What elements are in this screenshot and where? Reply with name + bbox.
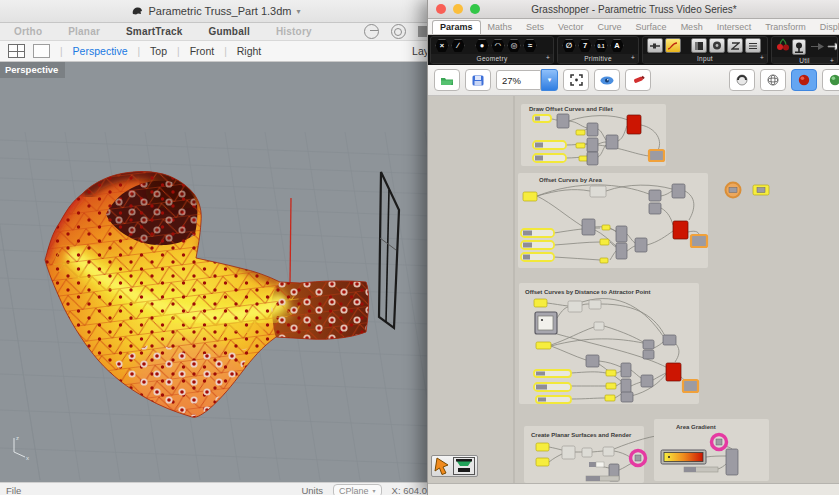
picture-frame-object[interactable] bbox=[379, 172, 399, 328]
viewport-title-badge[interactable]: Perspective bbox=[0, 62, 65, 78]
arc-param-icon[interactable]: ◠ bbox=[491, 39, 505, 53]
grasshopper-titlebar[interactable]: Grasshopper - Parametric Truss Video Ser… bbox=[428, 0, 839, 19]
gh-component[interactable] bbox=[616, 226, 627, 242]
group-area-gradient[interactable]: Area Gradient bbox=[654, 419, 769, 481]
gh-component[interactable] bbox=[582, 219, 595, 235]
gh-component[interactable] bbox=[621, 392, 633, 402]
group-offset-curves-attractor[interactable]: Offset Curves by Distance to Attractor P… bbox=[519, 283, 699, 404]
viewport-tab-front[interactable]: Front bbox=[190, 45, 215, 57]
gh-preview-material-node[interactable] bbox=[631, 451, 646, 466]
expand-group-icon[interactable]: + bbox=[631, 54, 635, 61]
gh-component[interactable] bbox=[606, 135, 618, 149]
number-slider-icon[interactable] bbox=[647, 38, 663, 53]
floating-nodes[interactable] bbox=[726, 183, 770, 198]
group-offset-curves-by-area[interactable]: Offset Curves by Area bbox=[518, 173, 708, 268]
geometry-param-icon[interactable]: ≈ bbox=[523, 39, 537, 53]
tab-vector[interactable]: Vector bbox=[551, 21, 591, 34]
gh-error-component[interactable] bbox=[673, 221, 688, 239]
tab-display[interactable]: Display bbox=[813, 21, 839, 34]
gh-component[interactable] bbox=[587, 123, 598, 136]
surface-param-icon[interactable]: ◎ bbox=[507, 39, 521, 53]
gh-component[interactable] bbox=[587, 152, 598, 165]
sketch-marker-button[interactable] bbox=[625, 69, 651, 91]
gh-widget-node[interactable] bbox=[535, 312, 557, 334]
gh-param[interactable] bbox=[536, 342, 551, 349]
osnap-toggle-gumball[interactable]: Gumball bbox=[208, 26, 249, 37]
preview-custom-button[interactable] bbox=[822, 69, 839, 91]
rhino-3d-viewport[interactable]: Perspective bbox=[0, 62, 433, 482]
tab-maths[interactable]: Maths bbox=[481, 21, 520, 34]
value-list-icon[interactable] bbox=[745, 38, 761, 53]
gh-component[interactable] bbox=[649, 203, 661, 214]
gh-selected-component[interactable] bbox=[649, 150, 664, 161]
gh-selected-component[interactable] bbox=[683, 380, 698, 392]
zoom-value-field[interactable]: 27% bbox=[496, 70, 541, 90]
gh-component[interactable] bbox=[562, 446, 575, 459]
viewport-tab-perspective[interactable]: Perspective bbox=[73, 45, 128, 57]
gh-component[interactable] bbox=[589, 300, 601, 309]
gh-component[interactable] bbox=[586, 355, 599, 367]
zoom-window-button[interactable] bbox=[470, 4, 480, 14]
gh-component[interactable] bbox=[582, 448, 592, 457]
gh-error-component[interactable] bbox=[666, 363, 681, 381]
status-units-label[interactable]: Units bbox=[301, 485, 323, 495]
profiler-widget-icon[interactable] bbox=[453, 457, 475, 475]
document-menu-chevron-icon[interactable]: ▾ bbox=[297, 7, 301, 16]
open-file-button[interactable] bbox=[434, 69, 460, 91]
gh-component[interactable] bbox=[568, 301, 582, 312]
gh-component[interactable] bbox=[621, 363, 631, 377]
expand-group-icon[interactable]: + bbox=[830, 57, 834, 64]
osnap-toggle-history[interactable]: History bbox=[276, 26, 312, 37]
gh-gradient-node[interactable] bbox=[661, 450, 706, 464]
tab-transform[interactable]: Transform bbox=[758, 21, 813, 34]
preview-shaded-button[interactable] bbox=[791, 69, 817, 91]
gh-param[interactable] bbox=[534, 299, 547, 307]
tab-curve[interactable]: Curve bbox=[591, 21, 629, 34]
zoom-dropdown-button[interactable]: ▾ bbox=[541, 69, 558, 91]
gh-param[interactable] bbox=[523, 192, 537, 201]
gh-component[interactable] bbox=[603, 447, 614, 456]
point-param-icon[interactable]: × bbox=[435, 39, 449, 53]
curve-param-icon[interactable]: ∕ bbox=[451, 39, 465, 53]
gh-component[interactable] bbox=[621, 379, 631, 393]
tab-params[interactable]: Params bbox=[432, 20, 481, 34]
panel-icon[interactable] bbox=[691, 38, 707, 53]
graph-mapper-icon[interactable] bbox=[665, 38, 681, 53]
gh-component[interactable] bbox=[643, 350, 654, 359]
preview-off-button[interactable] bbox=[729, 69, 755, 91]
gh-component[interactable] bbox=[616, 243, 627, 259]
data-tree-icon[interactable] bbox=[792, 39, 806, 55]
single-viewport-layout-icon[interactable] bbox=[33, 44, 50, 58]
zoom-extents-button[interactable] bbox=[563, 69, 589, 91]
gh-selected-component[interactable] bbox=[691, 235, 707, 247]
relay-arrow-outline-icon[interactable] bbox=[827, 38, 838, 56]
rhino-titlebar[interactable]: Parametric Truss_Part 1.3dm ▾ bbox=[0, 0, 433, 23]
gh-component[interactable] bbox=[726, 449, 738, 475]
expand-group-icon[interactable]: + bbox=[760, 54, 764, 61]
save-file-button[interactable] bbox=[465, 69, 491, 91]
preview-eye-button[interactable] bbox=[594, 69, 620, 91]
group-draw-offset-curves-fillet[interactable]: Draw Offset Curves and Fillet bbox=[521, 104, 666, 166]
number-param-icon[interactable]: 0.1 bbox=[594, 39, 608, 53]
osnap-toggle-planar[interactable]: Planar bbox=[68, 26, 100, 37]
jitter-icon[interactable] bbox=[727, 38, 743, 53]
cherry-picker-icon[interactable] bbox=[776, 38, 790, 56]
boolean-param-icon[interactable]: ∅ bbox=[562, 39, 576, 53]
gh-component[interactable] bbox=[663, 335, 676, 345]
cplane-dropdown[interactable]: CPlane ▾ bbox=[333, 484, 382, 495]
circle-line-icon[interactable] bbox=[364, 24, 379, 39]
gh-preview-material-node[interactable] bbox=[712, 435, 727, 450]
gh-error-component[interactable] bbox=[627, 115, 641, 134]
gh-component[interactable] bbox=[672, 184, 685, 198]
gh-component[interactable] bbox=[594, 322, 604, 330]
gh-component[interactable] bbox=[557, 114, 569, 128]
tab-mesh[interactable]: Mesh bbox=[674, 21, 710, 34]
osnap-toggle-smarttrack[interactable]: SmartTrack bbox=[126, 26, 182, 37]
minimize-button[interactable] bbox=[453, 4, 463, 14]
tab-sets[interactable]: Sets bbox=[519, 21, 551, 34]
integer-param-icon[interactable]: 7 bbox=[578, 39, 592, 53]
pointer-widget-icon[interactable] bbox=[434, 457, 451, 475]
gh-component[interactable] bbox=[635, 238, 647, 252]
tab-surface[interactable]: Surface bbox=[629, 21, 674, 34]
viewport-tab-right[interactable]: Right bbox=[237, 45, 262, 57]
